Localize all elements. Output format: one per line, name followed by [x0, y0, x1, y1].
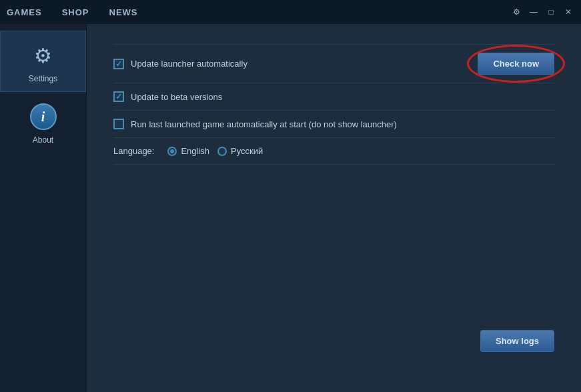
- settings-icon[interactable]: ⚙: [510, 6, 522, 18]
- sidebar-item-settings[interactable]: ⚙ Settings: [0, 31, 86, 92]
- nav-news[interactable]: NEWS: [109, 7, 138, 17]
- nav-games[interactable]: GAMES: [7, 7, 42, 17]
- info-icon: i: [27, 101, 59, 133]
- language-english-option[interactable]: English: [167, 146, 209, 156]
- check-now-button[interactable]: Check now: [478, 53, 554, 75]
- english-label: English: [181, 146, 209, 156]
- update-beta-check-row: Update to beta versions: [113, 91, 554, 102]
- russian-label: Русский: [231, 146, 263, 156]
- sidebar: ⚙ Settings i About: [0, 24, 87, 392]
- show-logs-button[interactable]: Show logs: [480, 330, 554, 352]
- gear-icon: ⚙: [27, 39, 59, 71]
- sidebar-settings-label: Settings: [29, 74, 57, 83]
- update-auto-check-row: Update launcher automatically: [113, 59, 478, 69]
- check-now-highlight: Check now: [478, 53, 554, 75]
- run-last-checkbox[interactable]: [113, 119, 124, 129]
- update-auto-label: Update launcher automatically: [131, 59, 247, 69]
- sidebar-about-label: About: [33, 135, 53, 145]
- maximize-button[interactable]: □: [545, 6, 557, 18]
- update-auto-row: Update launcher automatically Check now: [113, 44, 554, 83]
- english-radio[interactable]: [167, 147, 177, 156]
- run-last-label: Run last launched game automatically at …: [131, 119, 397, 129]
- nav-shop[interactable]: SHOP: [62, 7, 89, 17]
- title-bar: GAMES SHOP NEWS ⚙ — □ ✕: [0, 0, 581, 24]
- show-logs-area: Show logs: [480, 330, 554, 352]
- main-layout: ⚙ Settings i About Update launcher autom…: [0, 24, 581, 392]
- run-last-row: Run last launched game automatically at …: [113, 111, 554, 138]
- check-now-area: Check now: [478, 53, 554, 75]
- update-beta-row: Update to beta versions: [113, 83, 554, 111]
- language-russian-option[interactable]: Русский: [217, 146, 263, 156]
- close-button[interactable]: ✕: [562, 6, 574, 18]
- update-auto-checkbox[interactable]: [113, 59, 124, 69]
- sidebar-item-about[interactable]: i About: [0, 92, 86, 153]
- content-area: Update launcher automatically Check now …: [87, 24, 581, 392]
- language-row: Language: English Русский: [113, 138, 554, 165]
- window-controls: ⚙ — □ ✕: [510, 6, 574, 18]
- language-label: Language:: [113, 146, 154, 156]
- run-last-check-row: Run last launched game automatically at …: [113, 119, 554, 129]
- russian-radio[interactable]: [217, 147, 227, 156]
- minimize-button[interactable]: —: [528, 6, 540, 18]
- nav-menu: GAMES SHOP NEWS: [7, 7, 138, 17]
- update-beta-checkbox[interactable]: [113, 91, 124, 102]
- update-beta-label: Update to beta versions: [131, 92, 222, 102]
